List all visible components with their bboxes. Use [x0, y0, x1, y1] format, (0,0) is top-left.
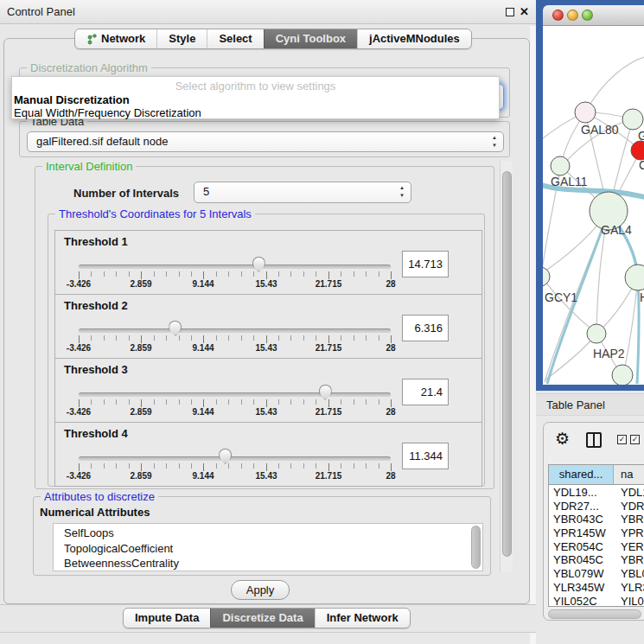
network-canvas[interactable]: GAL80 GA C GAL11 GAL4 GCY1 H HAP2 [543, 26, 644, 385]
threshold-4-label: Threshold 4 [64, 427, 128, 440]
tab-style[interactable]: Style [156, 29, 207, 48]
threshold-2-label: Threshold 2 [64, 299, 128, 312]
table-row[interactable]: YDL19...YDL1 [549, 486, 644, 500]
panel-scrollbar[interactable] [500, 161, 513, 572]
threshold-1-label: Threshold 1 [64, 235, 128, 248]
scale-label: 2.859 [130, 407, 151, 417]
option-manual-discretization[interactable]: Manual Discretization [14, 93, 130, 106]
horizontal-scrollbar[interactable] [548, 609, 641, 619]
threshold-3-slider-thumb[interactable] [319, 385, 332, 400]
node-table: shared... na YDL19...YDL1 YDR27...YDR2 Y… [548, 464, 644, 607]
scale-label: 21.715 [316, 407, 342, 417]
threshold-4-value-field[interactable]: 11.344 [402, 443, 449, 469]
scale-label: 9.144 [192, 343, 214, 353]
num-intervals-combobox[interactable]: 5 ▲▼ [194, 182, 411, 203]
group-legend: Threshold's Coordinates for 5 Intervals [55, 207, 255, 220]
group-legend: Interval Definition [42, 160, 136, 173]
threshold-rows: Threshold 1 -3.426 2.859 9.144 15.43 21.… [54, 230, 482, 488]
threshold-1-slider-thumb[interactable] [252, 257, 265, 272]
threshold-2-slider-track[interactable] [79, 328, 391, 333]
scrollbar-thumb[interactable] [502, 171, 512, 557]
table-row[interactable]: YPR145WYPR1 [549, 526, 644, 540]
node-gcy1[interactable] [543, 267, 550, 286]
node-right[interactable] [625, 265, 644, 290]
threshold-4-slider-track[interactable] [79, 456, 391, 461]
scale-label: 28 [386, 471, 395, 481]
threshold-1-value-field[interactable]: 14.713 [402, 251, 449, 277]
node-hap2[interactable] [587, 324, 606, 343]
table-header-row: shared... na [549, 465, 644, 485]
table-row[interactable]: YIL052CYIL0 [549, 595, 644, 608]
stepper-icon: ▲▼ [492, 134, 497, 150]
attributes-list: SelfLoops TopologicalCoefficient Between… [53, 523, 483, 571]
scale-label: -3.426 [67, 471, 91, 481]
thresholds-group: Threshold's Coordinates for 5 Intervals … [48, 214, 485, 487]
interval-definition-group: Interval Definition Number of Intervals … [35, 166, 494, 489]
network-graph: GAL80 GA C GAL11 GAL4 GCY1 H HAP2 [543, 26, 644, 385]
table-row[interactable]: YLR345WYLR3 [549, 581, 644, 595]
threshold-1-slider-track[interactable] [79, 265, 391, 269]
table-row[interactable]: YER054CYER0 [549, 540, 644, 554]
list-item[interactable]: SelfLoops [64, 526, 482, 541]
tab-impute-data[interactable]: Impute Data [124, 609, 210, 628]
scale-label: 15.43 [255, 343, 277, 353]
close-icon[interactable]: ✕ [520, 4, 529, 20]
close-button[interactable] [552, 10, 564, 21]
table-row[interactable]: YBR043CYBR0 [549, 513, 644, 526]
list-item[interactable]: BetweennessCentrality [64, 556, 482, 571]
network-window-titlebar[interactable] [543, 5, 644, 26]
cyni-bottom-tabbar: Impute Data Discretize Data Infer Networ… [123, 608, 411, 628]
gear-icon[interactable]: ⚙ [555, 429, 570, 449]
control-panel-titlebar: Control Panel ✕ [0, 0, 536, 24]
float-window-icon[interactable] [506, 8, 514, 16]
node-bottom[interactable] [612, 365, 633, 385]
tab-jactivemnodules[interactable]: jActiveMNodules [357, 29, 471, 48]
list-scrollbar[interactable] [471, 526, 481, 569]
checkbox-icon[interactable]: ✓ [617, 435, 627, 444]
scale-label: 2.859 [130, 279, 151, 289]
scale-label: 28 [386, 279, 395, 289]
node-top-right[interactable] [622, 109, 643, 130]
option-equal-width-frequency[interactable]: Equal Width/Frequency Discretization [14, 106, 201, 119]
table-panel-titlebar: Table Panel [536, 393, 644, 416]
threshold-4-slider-thumb[interactable] [219, 449, 232, 464]
zoom-button[interactable] [582, 10, 593, 21]
tab-network[interactable]: Network [75, 29, 156, 48]
threshold-2-slider-thumb[interactable] [169, 321, 182, 336]
table-row[interactable]: YBL079WYBL0 [549, 567, 644, 581]
table-data-combobox[interactable]: galFiltered.sif default node ▲▼ [27, 131, 504, 152]
apply-button[interactable]: Apply [231, 580, 290, 600]
threshold-2-value-field[interactable]: 6.316 [402, 315, 449, 341]
scale-label: 15.43 [255, 279, 277, 289]
svg-text:GAL80: GAL80 [581, 123, 619, 137]
list-item[interactable]: TopologicalCoefficient [64, 541, 482, 557]
scale-label: -3.426 [67, 407, 91, 417]
tab-infer-network[interactable]: Infer Network [315, 609, 410, 628]
tab-discretize-data[interactable]: Discretize Data [210, 609, 314, 628]
tab-cyni-toolbox[interactable]: Cyni Toolbox [264, 29, 357, 48]
column-header-name[interactable]: na [614, 465, 644, 484]
minimize-button[interactable] [567, 10, 578, 21]
table-row[interactable]: YDR27...YDR2 [549, 500, 644, 513]
node-gal11[interactable] [551, 156, 570, 175]
table-panel-window: ⚙ ✓ ✓ shared... na YDL19...YDL1 YDR27...… [543, 422, 644, 621]
tab-select[interactable]: Select [207, 29, 263, 48]
network-view-window: GAL80 GA C GAL11 GAL4 GCY1 H HAP2 [536, 0, 644, 391]
threshold-3-value-field[interactable]: 21.4 [402, 379, 449, 405]
column-header-shared-name[interactable]: shared... [549, 465, 614, 484]
svg-text:HAP2: HAP2 [593, 347, 625, 360]
split-columns-icon[interactable] [586, 432, 602, 448]
threshold-3-slider-track[interactable] [79, 392, 391, 397]
checkbox-icon[interactable]: ✓ [630, 435, 640, 444]
svg-text:GAL4: GAL4 [601, 223, 632, 237]
table-row[interactable]: YBR045CYBR0 [549, 553, 644, 567]
scale-label: 15.43 [255, 471, 277, 481]
table-body: YDL19...YDL1 YDR27...YDR2 YBR043CYBR0 YP… [549, 486, 644, 607]
scale-label: -3.426 [67, 279, 91, 289]
node-gal80[interactable] [575, 102, 596, 123]
svg-text:GA: GA [638, 129, 644, 143]
scale-label: 2.859 [130, 343, 151, 353]
scale-label: 21.715 [316, 343, 342, 353]
scale-label: 21.715 [316, 279, 342, 289]
stepper-icon: ▲▼ [399, 184, 405, 200]
